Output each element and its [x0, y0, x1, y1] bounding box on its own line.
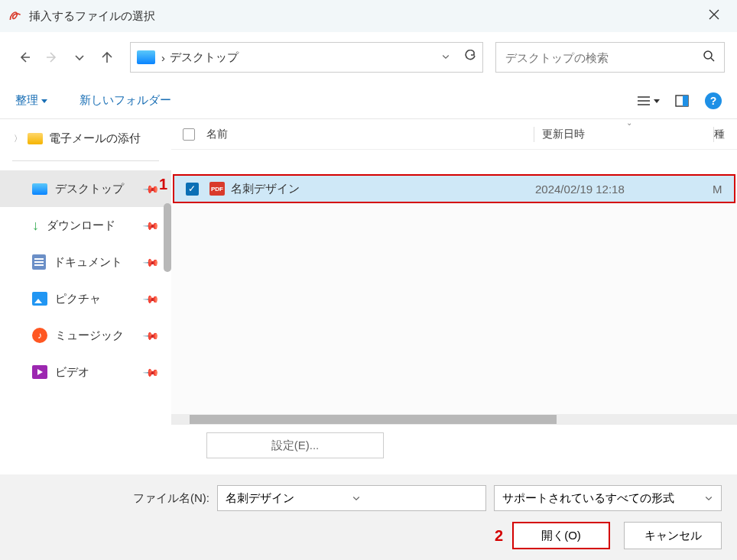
- forward-button[interactable]: [40, 45, 64, 70]
- sidebar-item-videos[interactable]: ビデオ 📌: [0, 354, 171, 390]
- annotation-1: 1: [159, 176, 167, 193]
- arrow-left-icon: [18, 51, 31, 63]
- filetype-select[interactable]: サポートされているすべての形式: [494, 485, 722, 511]
- filename-value: 名刺デザイン: [226, 491, 352, 506]
- main-area: 〉 電子メールの添付 デスクトップ 📌 ↓ ダウンロード 📌 ドキュメント 📌 …: [0, 119, 737, 425]
- pin-icon: 📌: [142, 253, 160, 270]
- column-name[interactable]: 名前: [206, 128, 534, 141]
- file-date: 2024/02/19 12:18: [535, 183, 713, 196]
- column-date[interactable]: ⌄ 更新日時: [534, 128, 713, 141]
- arrow-right-icon: [46, 51, 58, 63]
- toolbar: 整理 新しいフォルダー ?: [0, 83, 737, 119]
- sidebar-item-pictures[interactable]: ピクチャ 📌: [0, 280, 171, 317]
- nav-row: › デスクトップ: [0, 32, 737, 83]
- organize-label: 整理: [15, 93, 38, 108]
- app-icon: [8, 8, 23, 24]
- annotation-2: 2: [495, 527, 503, 545]
- sidebar-divider: [12, 160, 159, 161]
- horizontal-scrollbar[interactable]: [171, 414, 737, 425]
- chevron-right-icon: 〉: [14, 133, 21, 144]
- sidebar-item-label: ミュージック: [55, 329, 124, 343]
- crumb-location[interactable]: デスクトップ: [170, 50, 239, 65]
- list-empty-area[interactable]: [171, 203, 737, 414]
- music-icon: [32, 328, 47, 343]
- preview-pane-icon: [675, 95, 689, 107]
- pin-icon: 📌: [142, 363, 160, 380]
- open-button[interactable]: 開く(O): [512, 522, 610, 549]
- select-all-checkbox[interactable]: [183, 128, 195, 141]
- column-date-label: 更新日時: [542, 128, 585, 140]
- sort-indicator-icon: ⌄: [626, 118, 632, 127]
- sidebar-item-desktop[interactable]: デスクトップ 📌: [0, 170, 171, 207]
- filename-dropdown[interactable]: [352, 492, 478, 505]
- svg-rect-2: [683, 95, 688, 106]
- sidebar-item-music[interactable]: ミュージック 📌: [0, 317, 171, 354]
- search-icon[interactable]: [703, 50, 715, 65]
- pin-icon: 📌: [142, 326, 160, 344]
- filetype-value: サポートされているすべての形式: [502, 491, 704, 506]
- picture-icon: [32, 292, 47, 306]
- row-checkbox[interactable]: ✓: [186, 183, 199, 196]
- filename-label: ファイル名(N):: [133, 491, 209, 506]
- caret-down-icon: [654, 98, 660, 104]
- breadcrumb: › デスクトップ: [161, 50, 441, 65]
- video-icon: [32, 365, 47, 379]
- chevron-down-icon: [352, 494, 361, 503]
- sidebar: 〉 電子メールの添付 デスクトップ 📌 ↓ ダウンロード 📌 ドキュメント 📌 …: [0, 119, 171, 425]
- sidebar-item-label: ビデオ: [55, 365, 89, 380]
- organize-menu[interactable]: 整理: [15, 93, 47, 108]
- chevron-down-icon: [441, 52, 450, 61]
- pin-icon: 📌: [142, 290, 160, 307]
- download-icon: ↓: [32, 218, 39, 234]
- refresh-button[interactable]: [464, 50, 476, 65]
- caret-down-icon: [41, 98, 47, 104]
- refresh-icon: [464, 50, 476, 62]
- pin-icon: 📌: [142, 180, 160, 197]
- file-name: 名刺デザイン: [231, 182, 535, 196]
- file-list: 名前 ⌄ 更新日時 種 1 ✓ PDF 名刺デザイン 2024/02/19 12…: [171, 119, 737, 425]
- sidebar-scrollbar[interactable]: [164, 203, 171, 272]
- column-type[interactable]: 種: [714, 128, 737, 141]
- chevron-down-icon: [704, 494, 713, 503]
- crumb-sep: ›: [161, 51, 165, 64]
- new-folder-button[interactable]: 新しいフォルダー: [80, 93, 171, 108]
- arrow-up-icon: [101, 51, 113, 63]
- dialog-title: 挿入するファイルの選択: [29, 9, 699, 24]
- titlebar: 挿入するファイルの選択: [0, 0, 737, 32]
- sidebar-item-documents[interactable]: ドキュメント 📌: [0, 244, 171, 280]
- sidebar-item-downloads[interactable]: ↓ ダウンロード 📌: [0, 207, 171, 244]
- desktop-folder-icon: [137, 50, 155, 64]
- pin-icon: 📌: [142, 216, 160, 234]
- close-button[interactable]: [699, 8, 729, 24]
- sidebar-item-label: ピクチャ: [55, 292, 101, 306]
- close-icon: [708, 8, 720, 21]
- bottom-bar: ファイル名(N): 名刺デザイン サポートされているすべての形式 2 開く(O)…: [0, 474, 737, 560]
- file-row[interactable]: ✓ PDF 名刺デザイン 2024/02/19 12:18 M: [173, 174, 735, 203]
- sidebar-item-label: ドキュメント: [54, 255, 122, 270]
- recent-dropdown[interactable]: [67, 45, 92, 70]
- filename-input[interactable]: 名刺デザイン: [217, 485, 486, 511]
- up-button[interactable]: [95, 45, 119, 70]
- help-button[interactable]: ?: [705, 92, 722, 109]
- address-bar[interactable]: › デスクトップ: [130, 42, 483, 73]
- list-icon: [637, 95, 651, 106]
- document-icon: [32, 254, 46, 270]
- sidebar-item-label: デスクトップ: [55, 182, 124, 196]
- tree-node-label: 電子メールの添付: [49, 131, 141, 146]
- svg-point-0: [704, 51, 712, 59]
- list-header: 名前 ⌄ 更新日時 種: [171, 119, 737, 150]
- address-dropdown[interactable]: [441, 50, 450, 64]
- settings-button[interactable]: 設定(E)...: [206, 432, 384, 458]
- back-button[interactable]: [12, 45, 37, 70]
- scrollbar-thumb[interactable]: [190, 415, 557, 424]
- tree-node-email-attachments[interactable]: 〉 電子メールの添付: [0, 125, 171, 151]
- view-mode-button[interactable]: [635, 90, 662, 112]
- preview-pane-button[interactable]: [668, 90, 696, 112]
- cancel-button[interactable]: キャンセル: [624, 522, 722, 549]
- search-box[interactable]: [495, 42, 725, 73]
- pdf-file-icon: PDF: [209, 182, 225, 196]
- folder-icon: [28, 133, 43, 144]
- settings-row: 設定(E)...: [0, 425, 737, 466]
- desktop-icon: [32, 183, 47, 195]
- search-input[interactable]: [505, 51, 703, 64]
